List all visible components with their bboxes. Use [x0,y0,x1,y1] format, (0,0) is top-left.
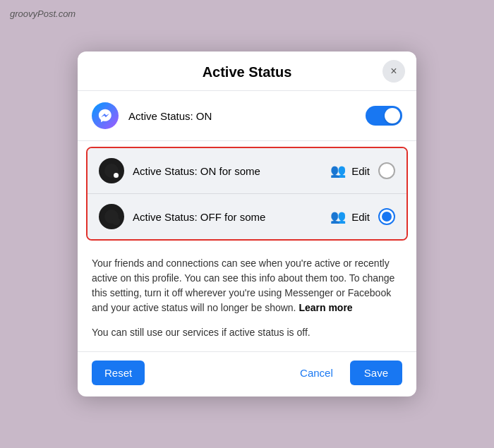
on-for-some-edit-label[interactable]: Edit [351,165,370,177]
active-status-toggle[interactable] [366,106,402,126]
cancel-button[interactable]: Cancel [290,361,343,385]
description-2-text: You can still use our services if active… [78,322,416,351]
save-button[interactable]: Save [350,361,402,385]
description-text: Your friends and connections can see whe… [78,246,416,322]
dialog-footer: Reset Cancel Save [78,351,416,396]
reset-button[interactable]: Reset [92,361,145,385]
on-for-some-radio[interactable] [378,162,395,179]
off-for-some-label: Active Status: OFF for some [133,211,322,223]
active-status-main-row: Active Status: ON [78,91,416,141]
on-for-some-icon [99,158,124,183]
on-for-some-label: Active Status: ON for some [133,165,322,177]
active-status-on-label: Active Status: ON [128,110,356,122]
active-status-off-for-some-row[interactable]: Active Status: OFF for some 👥 Edit [88,194,406,239]
watermark: groovyPost.com [10,8,76,19]
active-status-dialog: Active Status × Active Status: ON [78,52,416,396]
on-for-some-edit-area: 👥 Edit [330,163,370,178]
some-status-section: Active Status: ON for some 👥 Edit Active… [86,147,408,241]
dialog-title: Active Status [203,64,292,80]
messenger-icon [92,102,119,129]
off-for-some-edit-label[interactable]: Edit [351,211,370,223]
off-for-some-edit-area: 👥 Edit [330,209,370,224]
people-icon-1: 👥 [330,163,346,178]
dialog-body: Active Status: ON Active Status: ON for … [78,91,416,351]
close-button[interactable]: × [382,60,405,83]
off-for-some-icon [99,204,124,229]
active-status-on-for-some-row[interactable]: Active Status: ON for some 👥 Edit [88,148,406,194]
footer-right-actions: Cancel Save [290,361,402,385]
learn-more-link[interactable]: Learn more [299,302,352,313]
people-icon-2: 👥 [330,209,346,224]
dialog-header: Active Status × [78,52,416,91]
off-for-some-radio[interactable] [378,208,395,225]
